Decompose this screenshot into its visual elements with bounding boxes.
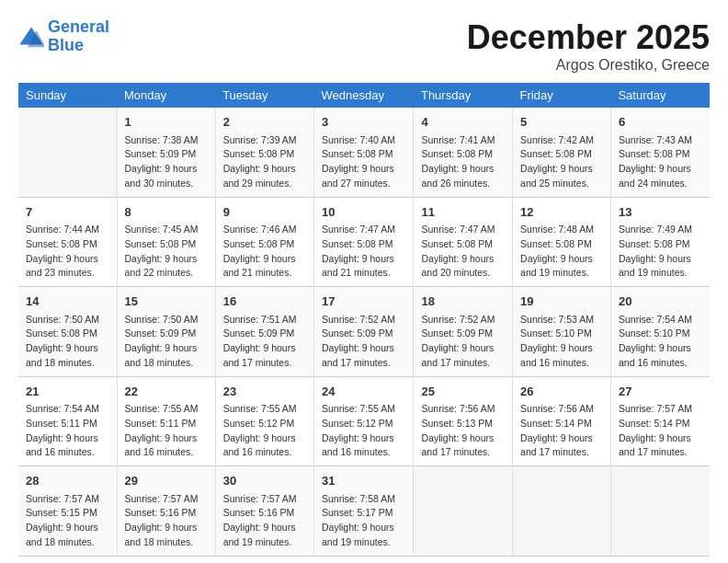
- day-info: Sunrise: 7:47 AMSunset: 5:08 PMDaylight:…: [421, 223, 505, 281]
- day-info: Sunrise: 7:39 AMSunset: 5:08 PMDaylight:…: [223, 133, 306, 191]
- day-number: 19: [520, 293, 603, 311]
- day-info: Sunrise: 7:50 AMSunset: 5:09 PMDaylight:…: [125, 313, 208, 371]
- day-info: Sunrise: 7:57 AMSunset: 5:15 PMDaylight:…: [26, 492, 109, 550]
- calendar-table: SundayMondayTuesdayWednesdayThursdayFrid…: [18, 83, 710, 557]
- calendar-cell: 16Sunrise: 7:51 AMSunset: 5:09 PMDayligh…: [215, 287, 313, 377]
- calendar-header-row: SundayMondayTuesdayWednesdayThursdayFrid…: [18, 83, 710, 108]
- day-number: 17: [322, 293, 405, 311]
- day-number: 9: [223, 203, 306, 222]
- logo: General Blue: [18, 18, 109, 55]
- day-number: 2: [223, 113, 306, 132]
- day-number: 6: [619, 113, 702, 132]
- day-number: 10: [322, 203, 405, 222]
- logo-line1: General: [48, 17, 109, 36]
- day-info: Sunrise: 7:40 AMSunset: 5:08 PMDaylight:…: [322, 133, 405, 191]
- day-info: Sunrise: 7:46 AMSunset: 5:08 PMDaylight:…: [223, 223, 306, 281]
- calendar-cell: 23Sunrise: 7:55 AMSunset: 5:12 PMDayligh…: [215, 376, 313, 466]
- day-number: 29: [125, 472, 208, 490]
- calendar-cell: 21Sunrise: 7:54 AMSunset: 5:11 PMDayligh…: [18, 376, 117, 466]
- day-number: 22: [125, 383, 208, 401]
- calendar-cell: 30Sunrise: 7:57 AMSunset: 5:16 PMDayligh…: [215, 466, 313, 557]
- calendar-cell: 25Sunrise: 7:56 AMSunset: 5:13 PMDayligh…: [414, 376, 513, 466]
- calendar-cell: 14Sunrise: 7:50 AMSunset: 5:08 PMDayligh…: [18, 287, 117, 377]
- calendar-cell: 8Sunrise: 7:45 AMSunset: 5:08 PMDaylight…: [117, 197, 215, 287]
- day-info: Sunrise: 7:55 AMSunset: 5:12 PMDaylight:…: [223, 402, 306, 460]
- calendar-cell: 13Sunrise: 7:49 AMSunset: 5:08 PMDayligh…: [610, 197, 710, 287]
- day-number: 31: [322, 472, 405, 490]
- day-info: Sunrise: 7:56 AMSunset: 5:13 PMDaylight:…: [421, 402, 505, 460]
- day-info: Sunrise: 7:50 AMSunset: 5:08 PMDaylight:…: [26, 313, 109, 371]
- calendar-cell: 29Sunrise: 7:57 AMSunset: 5:16 PMDayligh…: [117, 466, 215, 557]
- day-number: 16: [223, 293, 306, 311]
- day-info: Sunrise: 7:54 AMSunset: 5:10 PMDaylight:…: [619, 313, 702, 371]
- day-info: Sunrise: 7:41 AMSunset: 5:08 PMDaylight:…: [421, 133, 505, 191]
- calendar-cell: 5Sunrise: 7:42 AMSunset: 5:08 PMDaylight…: [513, 108, 611, 197]
- calendar-week-row: 21Sunrise: 7:54 AMSunset: 5:11 PMDayligh…: [18, 376, 710, 466]
- day-info: Sunrise: 7:42 AMSunset: 5:08 PMDaylight:…: [520, 133, 603, 191]
- calendar-cell: 2Sunrise: 7:39 AMSunset: 5:08 PMDaylight…: [215, 108, 313, 197]
- calendar-cell: 20Sunrise: 7:54 AMSunset: 5:10 PMDayligh…: [610, 287, 710, 377]
- day-info: Sunrise: 7:44 AMSunset: 5:08 PMDaylight:…: [26, 223, 109, 281]
- day-number: 23: [223, 383, 306, 401]
- day-header-saturday: Saturday: [610, 83, 710, 108]
- calendar-cell: 12Sunrise: 7:48 AMSunset: 5:08 PMDayligh…: [513, 197, 611, 287]
- calendar-cell: 24Sunrise: 7:55 AMSunset: 5:12 PMDayligh…: [313, 376, 413, 466]
- calendar-cell: [18, 108, 117, 197]
- day-number: 11: [421, 203, 505, 222]
- calendar-cell: 11Sunrise: 7:47 AMSunset: 5:08 PMDayligh…: [414, 197, 513, 287]
- day-number: 18: [421, 293, 505, 311]
- day-info: Sunrise: 7:54 AMSunset: 5:11 PMDaylight:…: [26, 402, 109, 460]
- day-header-monday: Monday: [117, 83, 215, 108]
- day-info: Sunrise: 7:49 AMSunset: 5:08 PMDaylight:…: [619, 223, 702, 281]
- title-area: December 2025 Argos Orestiko, Greece: [467, 18, 710, 74]
- day-number: 7: [26, 203, 109, 222]
- day-number: 3: [322, 113, 405, 132]
- day-number: 27: [619, 383, 702, 401]
- calendar-cell: 18Sunrise: 7:52 AMSunset: 5:09 PMDayligh…: [414, 287, 513, 377]
- calendar-cell: 9Sunrise: 7:46 AMSunset: 5:08 PMDaylight…: [215, 197, 313, 287]
- calendar-week-row: 14Sunrise: 7:50 AMSunset: 5:08 PMDayligh…: [18, 287, 710, 377]
- calendar-cell: 17Sunrise: 7:52 AMSunset: 5:09 PMDayligh…: [313, 287, 413, 377]
- calendar-cell: 31Sunrise: 7:58 AMSunset: 5:17 PMDayligh…: [313, 466, 413, 557]
- calendar-cell: 27Sunrise: 7:57 AMSunset: 5:14 PMDayligh…: [610, 376, 710, 466]
- header: General Blue December 2025 Argos Orestik…: [18, 18, 710, 74]
- day-header-thursday: Thursday: [414, 83, 513, 108]
- calendar-cell: 15Sunrise: 7:50 AMSunset: 5:09 PMDayligh…: [117, 287, 215, 377]
- calendar-week-row: 7Sunrise: 7:44 AMSunset: 5:08 PMDaylight…: [18, 197, 710, 287]
- day-info: Sunrise: 7:57 AMSunset: 5:16 PMDaylight:…: [125, 492, 208, 550]
- day-number: 21: [26, 383, 109, 401]
- day-number: 4: [421, 113, 505, 132]
- calendar-cell: 26Sunrise: 7:56 AMSunset: 5:14 PMDayligh…: [513, 376, 611, 466]
- day-header-sunday: Sunday: [18, 83, 117, 108]
- day-info: Sunrise: 7:55 AMSunset: 5:11 PMDaylight:…: [125, 402, 208, 460]
- day-header-tuesday: Tuesday: [215, 83, 313, 108]
- day-number: 25: [421, 383, 505, 401]
- day-info: Sunrise: 7:57 AMSunset: 5:16 PMDaylight:…: [223, 492, 306, 550]
- day-info: Sunrise: 7:48 AMSunset: 5:08 PMDaylight:…: [520, 223, 603, 281]
- calendar-cell: 4Sunrise: 7:41 AMSunset: 5:08 PMDaylight…: [414, 108, 513, 197]
- logo-text: General Blue: [48, 18, 109, 55]
- day-number: 15: [125, 293, 208, 311]
- day-info: Sunrise: 7:47 AMSunset: 5:08 PMDaylight:…: [322, 223, 405, 281]
- calendar-week-row: 28Sunrise: 7:57 AMSunset: 5:15 PMDayligh…: [18, 466, 710, 557]
- calendar-cell: 1Sunrise: 7:38 AMSunset: 5:09 PMDaylight…: [117, 108, 215, 197]
- calendar-cell: 22Sunrise: 7:55 AMSunset: 5:11 PMDayligh…: [117, 376, 215, 466]
- day-info: Sunrise: 7:53 AMSunset: 5:10 PMDaylight:…: [520, 313, 603, 371]
- month-title: December 2025: [467, 18, 710, 57]
- day-info: Sunrise: 7:51 AMSunset: 5:09 PMDaylight:…: [223, 313, 306, 371]
- day-info: Sunrise: 7:58 AMSunset: 5:17 PMDaylight:…: [322, 492, 405, 550]
- subtitle: Argos Orestiko, Greece: [467, 57, 710, 74]
- calendar-cell: [513, 466, 611, 557]
- day-number: 28: [26, 472, 109, 490]
- day-number: 26: [520, 383, 603, 401]
- logo-icon: [18, 24, 44, 50]
- day-number: 8: [125, 203, 208, 222]
- calendar-cell: 19Sunrise: 7:53 AMSunset: 5:10 PMDayligh…: [513, 287, 611, 377]
- calendar-cell: 3Sunrise: 7:40 AMSunset: 5:08 PMDaylight…: [313, 108, 413, 197]
- calendar-cell: 6Sunrise: 7:43 AMSunset: 5:08 PMDaylight…: [610, 108, 710, 197]
- logo-line2: Blue: [48, 36, 84, 54]
- calendar-cell: 7Sunrise: 7:44 AMSunset: 5:08 PMDaylight…: [18, 197, 117, 287]
- calendar-cell: 10Sunrise: 7:47 AMSunset: 5:08 PMDayligh…: [313, 197, 413, 287]
- day-number: 12: [520, 203, 603, 222]
- calendar-cell: [414, 466, 513, 557]
